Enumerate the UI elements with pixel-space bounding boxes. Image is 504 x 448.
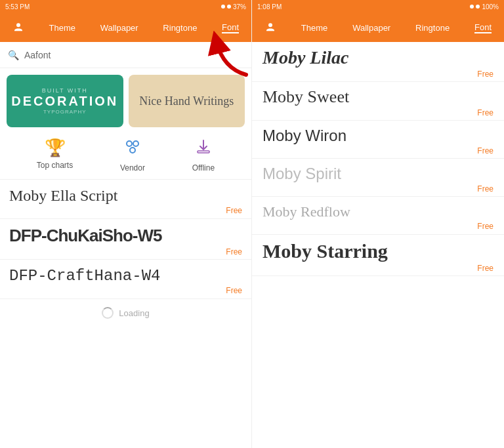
search-input[interactable] <box>24 50 243 60</box>
left-nav-wallpaper[interactable]: Wallpaper <box>100 23 138 33</box>
svg-point-2 <box>133 141 138 146</box>
right-person-icon-wrap[interactable] <box>264 22 276 33</box>
right-nav-wallpaper[interactable]: Wallpaper <box>352 23 390 33</box>
free-label-chukai: Free <box>9 247 242 256</box>
right-status-bar: 1:08 PM 100% <box>252 0 504 13</box>
right-nav-theme[interactable]: Theme <box>301 23 327 33</box>
right-free-redflow: Free <box>262 222 494 231</box>
right-font-sweet[interactable]: Moby Sweet Free <box>252 82 504 121</box>
offline-label: Offline <box>192 163 215 173</box>
font-name-chukai: DFP-ChuKaiSho-W5 <box>9 226 242 246</box>
loading-row: Loading <box>0 299 251 327</box>
right-font-spirit[interactable]: Moby Spirit Free <box>252 159 504 197</box>
left-panel: 5:53 PM 37% Theme Wallpaper Ringtone <box>0 0 252 448</box>
right-font-name-sweet: Moby Sweet <box>262 87 494 107</box>
font-item-chukai[interactable]: DFP-ChuKaiSho-W5 Free <box>0 219 251 260</box>
font-name-crafthana: DFP-CraftHana-W4 <box>9 267 242 285</box>
search-bar: 🔍 <box>0 42 251 68</box>
wifi-icon <box>227 5 231 9</box>
left-status-bar: 5:53 PM 37% <box>0 0 251 13</box>
top-charts-item[interactable]: 🏆 Top charts <box>37 138 73 173</box>
category-row: 🏆 Top charts Vendor <box>0 131 251 180</box>
trophy-icon: 🏆 <box>45 138 66 158</box>
right-battery-text: 100% <box>482 3 499 10</box>
right-font-redflow[interactable]: Moby Redflow Free <box>252 197 504 235</box>
right-font-list: Moby Lilac Free Moby Sweet Free Moby Wir… <box>252 42 504 448</box>
nice-hand-text: Nice Hand Writings <box>139 94 234 108</box>
right-font-name-lilac: Moby Lilac <box>262 47 494 68</box>
right-nav-bar: Theme Wallpaper Ringtone Font <box>252 13 504 42</box>
left-time: 5:53 PM <box>5 3 30 10</box>
svg-point-1 <box>127 141 132 146</box>
svg-point-0 <box>16 23 20 27</box>
person-icon-left <box>12 22 24 33</box>
svg-point-3 <box>130 148 135 153</box>
right-nav-font[interactable]: Font <box>474 22 492 33</box>
right-font-lilac[interactable]: Moby Lilac Free <box>252 42 504 82</box>
left-nav-bar: Theme Wallpaper Ringtone Font <box>0 13 251 42</box>
vendor-icon <box>123 138 142 161</box>
right-nav-ringtone[interactable]: Ringtone <box>415 23 450 33</box>
right-font-wiron[interactable]: Moby Wiron Free <box>252 121 504 159</box>
decoration-banner[interactable]: BUILT WITH DECORATION TYPOGRAPHY <box>7 75 123 127</box>
right-status-icons: 100% <box>470 3 499 10</box>
person-icon-right <box>264 22 276 33</box>
right-wifi-icon <box>476 5 480 9</box>
signal-icon <box>221 5 225 9</box>
nice-hand-banner[interactable]: Nice Hand Writings <box>129 75 245 127</box>
right-font-name-starring: Moby Starring <box>262 240 494 262</box>
left-font-list: Moby Ella Script Free DFP-ChuKaiSho-W5 F… <box>0 180 251 448</box>
offline-item[interactable]: Offline <box>192 138 215 173</box>
right-font-name-wiron: Moby Wiron <box>262 127 494 145</box>
right-font-starring[interactable]: Moby Starring Free <box>252 235 504 276</box>
svg-point-6 <box>268 23 272 27</box>
font-item-crafthana[interactable]: DFP-CraftHana-W4 Free <box>0 260 251 299</box>
left-status-icons: 37% <box>221 3 246 10</box>
right-free-sweet: Free <box>262 108 494 117</box>
svg-rect-4 <box>198 151 209 153</box>
banner-row: BUILT WITH DECORATION TYPOGRAPHY Nice Ha… <box>0 68 251 131</box>
battery-text: 37% <box>233 3 246 10</box>
left-person-icon-wrap[interactable] <box>12 22 24 33</box>
right-free-lilac: Free <box>262 70 494 79</box>
loading-spinner <box>102 307 114 319</box>
top-charts-label: Top charts <box>37 161 73 170</box>
vendor-item[interactable]: Vendor <box>120 138 145 173</box>
right-font-name-redflow: Moby Redflow <box>262 203 494 220</box>
right-free-starring: Free <box>262 264 494 273</box>
free-label-crafthana: Free <box>9 286 242 295</box>
left-nav-ringtone[interactable]: Ringtone <box>163 23 197 33</box>
right-time: 1:08 PM <box>257 3 282 10</box>
right-panel: 1:08 PM 100% Theme Wallpaper Ringtone <box>252 0 504 448</box>
vendor-label: Vendor <box>120 163 145 173</box>
left-nav-font[interactable]: Font <box>222 22 239 33</box>
loading-text: Loading <box>119 308 149 318</box>
font-item-ella[interactable]: Moby Ella Script Free <box>0 180 251 219</box>
search-icon: 🔍 <box>8 50 19 60</box>
right-font-name-spirit: Moby Spirit <box>262 165 494 183</box>
left-nav-theme[interactable]: Theme <box>49 23 75 33</box>
font-name-ella: Moby Ella Script <box>9 187 242 205</box>
offline-icon <box>194 138 213 161</box>
right-free-spirit: Free <box>262 184 494 193</box>
free-label-ella: Free <box>9 206 242 215</box>
right-free-wiron: Free <box>262 146 494 155</box>
right-signal-icon <box>470 5 474 9</box>
decoration-text: BUILT WITH DECORATION TYPOGRAPHY <box>11 87 118 115</box>
